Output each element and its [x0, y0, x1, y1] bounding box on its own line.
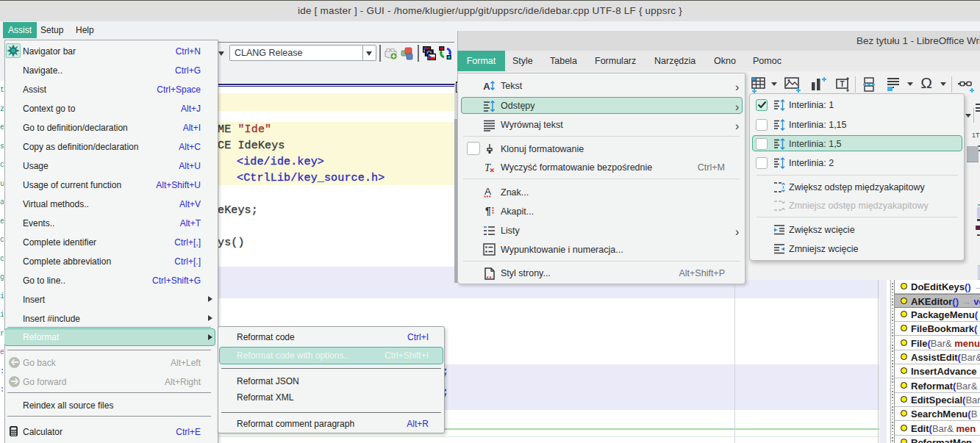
- svg-text:¶: ¶: [485, 205, 491, 217]
- svg-text:A: A: [484, 186, 491, 197]
- svg-text:T: T: [840, 80, 844, 88]
- svg-text:A: A: [483, 81, 490, 92]
